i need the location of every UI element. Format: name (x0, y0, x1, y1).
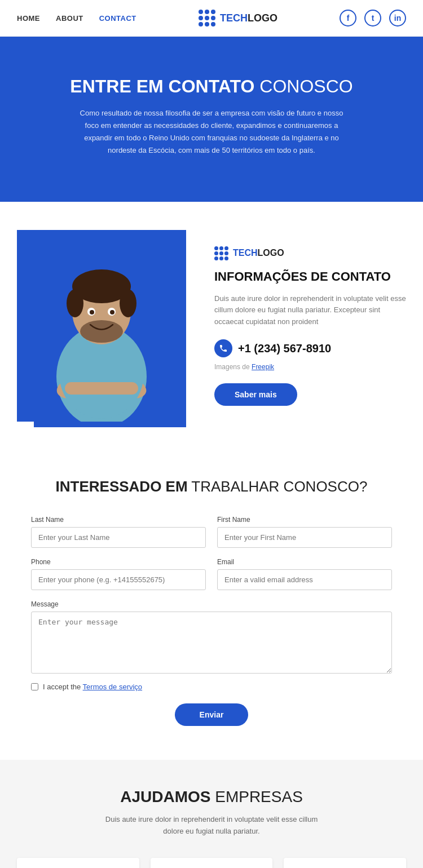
first-name-label: First Name (217, 516, 392, 524)
nav-contact[interactable]: CONTACT (99, 14, 136, 23)
phone-label: Phone (31, 558, 206, 566)
svg-point-8 (67, 289, 83, 317)
svg-point-13 (110, 310, 114, 315)
twitter-icon[interactable]: t (364, 10, 381, 26)
hero-description: Como resultado de nossa filosofia de ser… (76, 107, 347, 157)
logo: TECHLOGO (199, 10, 277, 26)
facebook-icon[interactable]: f (340, 10, 356, 26)
card-office: Escritório Venha dizer olá em nosso escr… (151, 858, 273, 868)
contact-logo: TECHLOGO (214, 246, 406, 260)
email-label: Email (217, 558, 392, 566)
message-group: Message (31, 600, 392, 674)
svg-rect-15 (65, 382, 138, 395)
form-heading: INTERESSADO EM TRABALHAR CONOSCO? (31, 478, 392, 495)
phone-number: +1 (234) 567-8910 (238, 342, 331, 355)
email-group: Email (217, 558, 392, 590)
contact-heading: INFORMAÇÕES DE CONTATO (214, 269, 406, 284)
footer-description: Duis aute irure dolor in reprehenderit i… (104, 814, 319, 838)
footer-info-section: AJUDAMOS EMPRESAS Duis aute irure dolor … (0, 760, 423, 868)
message-input[interactable] (31, 612, 392, 674)
card-phone: Telefone Seg a Sex das 8h às 5h +1(555) … (284, 858, 406, 868)
cards-row: Gráfico para nós Nossa simpática equipe … (17, 858, 406, 868)
terms-link[interactable]: Termos de serviço (83, 683, 142, 691)
nav-about[interactable]: ABOUT (56, 14, 83, 23)
terms-checkbox[interactable] (31, 683, 38, 690)
first-name-group: First Name (217, 516, 392, 548)
submit-row: Enviar (31, 703, 392, 726)
last-name-label: Last Name (31, 516, 206, 524)
nav-home[interactable]: HOME (17, 14, 40, 23)
last-name-input[interactable] (31, 527, 206, 548)
form-row-contact: Phone Email (31, 558, 392, 590)
freepik-credit: Imagens de Freepik (214, 363, 406, 371)
contact-logo-dots-icon (214, 246, 228, 260)
last-name-group: Last Name (31, 516, 206, 548)
person-svg (17, 230, 186, 422)
enviar-button[interactable]: Enviar (175, 703, 249, 726)
contact-description: Duis aute irure dolor in reprehenderit i… (214, 293, 406, 328)
person-image-wrap (17, 230, 192, 422)
email-input[interactable] (217, 569, 392, 590)
phone-icon (214, 339, 232, 357)
logo-dots-icon (199, 10, 215, 26)
contact-details: TECHLOGO INFORMAÇÕES DE CONTATO Duis aut… (192, 246, 406, 406)
logo-text: TECHLOGO (220, 12, 277, 24)
terms-text: I accept the Termos de serviço (43, 683, 142, 691)
person-image (17, 230, 186, 422)
message-label: Message (31, 600, 392, 608)
form-row-name: Last Name First Name (31, 516, 392, 548)
nav-links: HOME ABOUT CONTACT (17, 14, 136, 23)
hero-section: ENTRE EM CONTATO CONOSCO Como resultado … (0, 37, 423, 202)
navbar: HOME ABOUT CONTACT TECHLOGO f t in (0, 0, 423, 37)
instagram-icon[interactable]: in (389, 10, 406, 26)
svg-point-14 (80, 320, 123, 343)
svg-point-9 (120, 289, 136, 317)
first-name-input[interactable] (217, 527, 392, 548)
contact-logo-text: TECHLOGO (233, 248, 284, 258)
terms-row: I accept the Termos de serviço (31, 683, 392, 691)
social-icons: f t in (340, 10, 406, 26)
freepik-link[interactable]: Freepik (252, 363, 274, 371)
form-section: INTERESSADO EM TRABALHAR CONOSCO? Last N… (0, 450, 423, 760)
phone-input[interactable] (31, 569, 206, 590)
saber-mais-button[interactable]: Saber mais (214, 383, 297, 406)
card-email: Gráfico para nós Nossa simpática equipe … (17, 858, 139, 868)
phone-line: +1 (234) 567-8910 (214, 339, 406, 357)
hero-title: ENTRE EM CONTATO CONOSCO (17, 76, 406, 97)
footer-heading: AJUDAMOS EMPRESAS (17, 788, 406, 806)
phone-group: Phone (31, 558, 206, 590)
svg-point-12 (90, 310, 94, 315)
contact-info-section: TECHLOGO INFORMAÇÕES DE CONTATO Duis aut… (0, 202, 423, 450)
